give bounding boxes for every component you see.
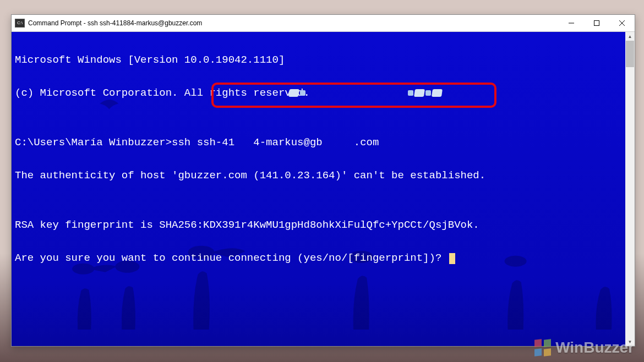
prompt-command-part3: .com (354, 136, 379, 149)
prompt-command-part1: ssh ssh-41 (172, 136, 234, 149)
minimize-icon (569, 20, 574, 26)
scroll-down-arrow-icon[interactable]: ▼ (625, 337, 635, 346)
output-line: The authenticity of host 'gbuzzer.com (1… (15, 167, 631, 184)
redacted-gap-2 (323, 136, 354, 149)
console-viewport[interactable]: Microsoft Windows [Version 10.0.19042.11… (12, 32, 635, 346)
output-line: Microsoft Windows [Version 10.0.19042.11… (15, 52, 631, 68)
output-text: Are you sure you want to continue connec… (15, 252, 448, 264)
vertical-scrollbar[interactable]: ▲ ▼ (625, 32, 635, 346)
command-prompt-window: C:\ Command Prompt - ssh ssh-411884-mark… (11, 14, 635, 347)
scroll-thumb[interactable] (626, 41, 634, 67)
prompt-line: C:\Users\María Winbuzzer>ssh ssh-41 4-ma… (15, 134, 631, 151)
console-output: Microsoft Windows [Version 10.0.19042.11… (12, 32, 635, 303)
close-button[interactable] (609, 15, 635, 31)
cmd-icon: C:\ (15, 19, 25, 28)
window-titlebar[interactable]: C:\ Command Prompt - ssh ssh-411884-mark… (12, 15, 635, 32)
maximize-icon (594, 20, 599, 26)
window-control-buttons (559, 15, 635, 31)
output-line-with-cursor: Are you sure you want to continue connec… (15, 250, 631, 266)
text-cursor (449, 253, 455, 264)
output-line: (c) Microsoft Corporation. All rights re… (15, 85, 631, 101)
maximize-button[interactable] (584, 15, 609, 31)
prompt-command-part2: 4-markus@gb (253, 136, 322, 149)
window-title: Command Prompt - ssh ssh-411884-markus@g… (28, 19, 559, 27)
redacted-gap-1 (234, 136, 253, 149)
output-line: RSA key fingerprint is SHA256:KDX391r4Kw… (15, 217, 631, 233)
svg-rect-1 (594, 21, 599, 26)
scroll-up-arrow-icon[interactable]: ▲ (625, 32, 635, 41)
close-icon (619, 20, 625, 26)
minimize-button[interactable] (559, 15, 584, 31)
prompt-path: C:\Users\María Winbuzzer> (15, 136, 172, 149)
